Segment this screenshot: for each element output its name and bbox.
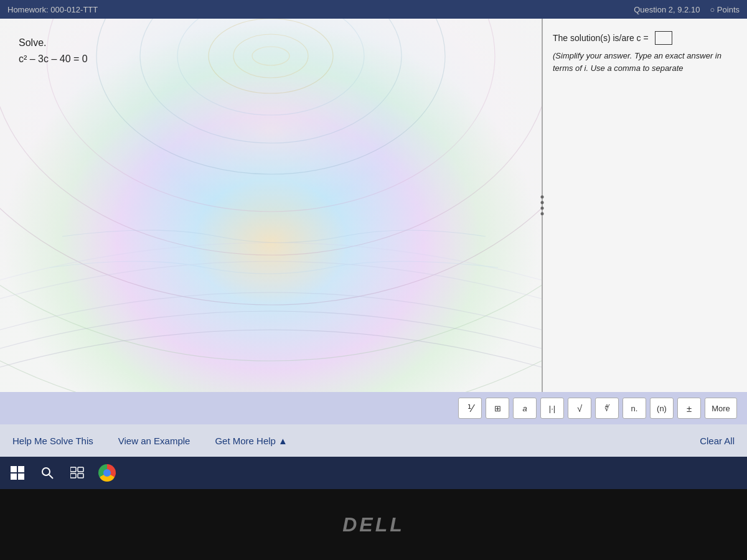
- left-panel: Solve. c² – 3c – 40 = 0: [0, 19, 542, 392]
- chrome-taskbar-button[interactable]: [96, 462, 118, 484]
- solution-line: The solution(s) is/are c =: [553, 31, 737, 45]
- action-bar: Help Me Solve This View an Example Get M…: [0, 424, 747, 457]
- chrome-icon: [98, 464, 116, 482]
- taskview-icon: [70, 466, 84, 480]
- points-label: ○ Points: [710, 5, 740, 14]
- clear-all-button[interactable]: Clear All: [700, 436, 735, 446]
- sqrt-button[interactable]: √: [568, 398, 591, 419]
- pipe-button[interactable]: |·|: [540, 398, 564, 419]
- question-label: Question 2, 9.2.10: [634, 5, 700, 14]
- more-label: More: [712, 404, 730, 413]
- wave-svg: [0, 19, 542, 392]
- view-example-link[interactable]: View an Example: [118, 436, 190, 446]
- right-panel: The solution(s) is/are c = (Simplify you…: [543, 19, 747, 392]
- plus-minus-button[interactable]: ±: [677, 398, 701, 419]
- dot-4: [541, 212, 544, 215]
- svg-rect-0: [0, 19, 542, 392]
- taskbar: [0, 457, 747, 489]
- svg-rect-19: [78, 467, 83, 472]
- problem-text: Solve. c² – 3c – 40 = 0: [19, 37, 88, 65]
- fraction-button[interactable]: ⅟: [458, 398, 482, 419]
- homework-label: Homework: 000-012-TTT: [7, 5, 98, 14]
- matrix-button[interactable]: ⊞: [486, 398, 509, 419]
- more-button[interactable]: More: [705, 398, 737, 419]
- windows-start-button[interactable]: [6, 462, 29, 484]
- svg-point-16: [42, 468, 50, 475]
- svg-rect-21: [78, 474, 83, 478]
- solution-prefix: The solution(s) is/are c =: [553, 33, 649, 43]
- simplify-note: (Simplify your answer. Type an exact ans…: [553, 50, 737, 74]
- dell-logo-area: DELL: [0, 489, 747, 560]
- panel-divider: [542, 19, 543, 392]
- solve-label: Solve.: [19, 37, 88, 49]
- svg-line-17: [49, 475, 53, 478]
- divider-dots: [541, 195, 544, 215]
- svg-rect-13: [18, 466, 24, 472]
- task-view-button[interactable]: [66, 462, 88, 484]
- dot-2: [541, 201, 544, 204]
- dell-logo: DELL: [342, 513, 405, 536]
- answer-input-box[interactable]: [655, 31, 672, 45]
- top-bar: Homework: 000-012-TTT Question 2, 9.2.10…: [0, 0, 747, 19]
- svg-rect-14: [11, 474, 17, 480]
- svg-rect-18: [70, 467, 76, 472]
- svg-rect-15: [18, 474, 24, 480]
- decimal-button[interactable]: n.: [622, 398, 646, 419]
- absolute-value-button[interactable]: a: [513, 398, 537, 419]
- nth-root-button[interactable]: ∜: [595, 398, 619, 419]
- main-area: Solve. c² – 3c – 40 = 0 The solution(s) …: [0, 19, 747, 392]
- math-toolbar: ⅟ ⊞ a |·| √ ∜ n. (n) ± More: [0, 392, 747, 424]
- question-info: Question 2, 9.2.10 ○ Points: [634, 5, 740, 14]
- get-more-help-link[interactable]: Get More Help ▲: [215, 436, 288, 446]
- parentheses-button[interactable]: (n): [650, 398, 674, 419]
- help-me-solve-link[interactable]: Help Me Solve This: [12, 436, 93, 446]
- dot-3: [541, 207, 544, 210]
- svg-rect-12: [11, 466, 17, 472]
- equation: c² – 3c – 40 = 0: [19, 54, 88, 65]
- windows-icon: [11, 466, 24, 480]
- search-taskbar-button[interactable]: [36, 462, 59, 484]
- svg-rect-20: [70, 474, 76, 478]
- search-icon: [41, 467, 54, 479]
- dot-1: [541, 195, 544, 198]
